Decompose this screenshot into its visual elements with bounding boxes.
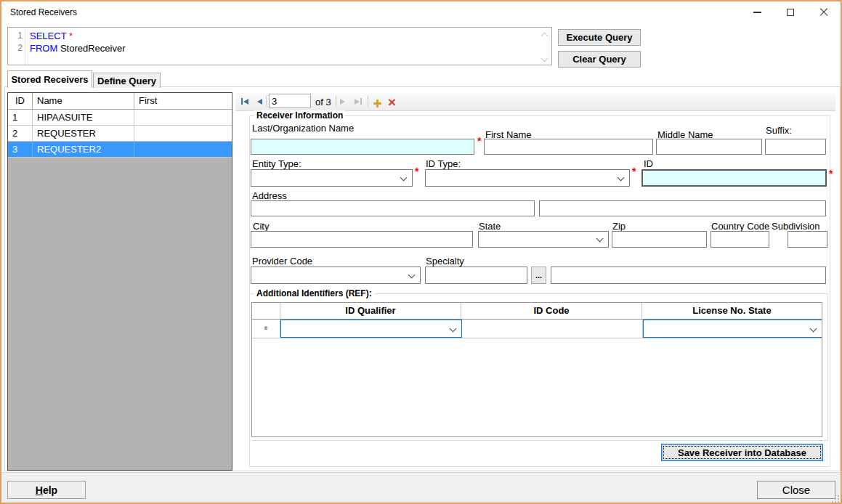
sql-text: SELECT * FROM StoredReceiver: [30, 30, 126, 54]
id-code-cell[interactable]: [462, 320, 643, 338]
id-qualifier-cell-select[interactable]: [280, 320, 462, 338]
cell-name[interactable]: REQUESTER2: [33, 142, 134, 157]
record-position-input[interactable]: [269, 94, 311, 108]
delete-record-button[interactable]: ×: [386, 95, 397, 109]
separator: [368, 96, 368, 107]
country-code-input[interactable]: [711, 231, 769, 248]
id-label: ID: [644, 158, 653, 169]
entity-type-label: Entity Type:: [252, 158, 301, 169]
stored-receivers-window: Stored Receivers 1 2 SELECT * FROM Store…: [0, 0, 842, 504]
help-mnemonic: H: [36, 484, 43, 496]
specialty-browse-button[interactable]: ...: [531, 267, 546, 284]
separator: [336, 96, 336, 107]
zip-input[interactable]: [612, 231, 707, 248]
state-select[interactable]: [478, 231, 609, 248]
groupbox-title: Receiver Information: [254, 110, 345, 121]
last-org-name-input[interactable]: [251, 139, 474, 155]
save-receiver-button[interactable]: Save Receiver into Database: [661, 444, 823, 461]
scroll-up-icon[interactable]: [541, 33, 548, 40]
provider-code-select[interactable]: [251, 267, 421, 284]
required-marker: *: [632, 166, 636, 177]
title-bar[interactable]: Stored Receivers: [1, 1, 841, 23]
first-record-button[interactable]: [240, 94, 250, 108]
scroll-down-icon[interactable]: [541, 55, 548, 62]
close-window-button[interactable]: [807, 1, 841, 23]
cell-first[interactable]: [134, 126, 232, 141]
required-marker: *: [415, 166, 418, 177]
specialty-input[interactable]: [425, 267, 527, 284]
first-record-icon: [241, 98, 243, 105]
help-label-rest: elp: [43, 484, 57, 496]
provider-code-label: Provider Code: [252, 256, 312, 267]
line-number-gutter: 1 2: [8, 28, 25, 65]
sql-table-name: StoredReceiver: [60, 43, 126, 54]
cell-id[interactable]: 3: [8, 142, 33, 157]
cell-name[interactable]: REQUESTER: [33, 126, 134, 141]
help-button[interactable]: Help: [7, 481, 86, 499]
next-record-icon: [340, 99, 345, 105]
clear-query-button[interactable]: Clear Query: [558, 51, 641, 68]
cell-first[interactable]: [134, 142, 232, 157]
close-icon: [819, 7, 829, 17]
required-marker: *: [829, 168, 833, 179]
column-header-id-qualifier[interactable]: ID Qualifier: [280, 303, 461, 319]
record-navigator: of 3 ×: [235, 92, 835, 111]
maximize-icon: [787, 9, 794, 16]
cell-name[interactable]: HIPAASUITE: [33, 110, 134, 125]
maximize-button[interactable]: [774, 1, 807, 23]
first-name-input[interactable]: [484, 139, 653, 155]
column-header-id[interactable]: ID: [8, 93, 33, 109]
chevron-down-icon: [408, 272, 416, 279]
country-code-label: Country Code: [711, 221, 769, 232]
close-button[interactable]: Close: [757, 481, 835, 499]
table-header-row: ID Qualifier ID Code License No. State: [252, 303, 822, 320]
tab-define-query[interactable]: Define Query: [93, 73, 161, 88]
last-record-button[interactable]: [353, 94, 363, 108]
column-header-license[interactable]: License No. State: [642, 303, 822, 319]
sql-query-editor[interactable]: 1 2 SELECT * FROM StoredReceiver: [7, 27, 552, 65]
middle-name-input[interactable]: [656, 139, 762, 155]
add-record-icon: [373, 99, 381, 107]
address-line2-input[interactable]: [539, 200, 826, 216]
chevron-down-icon: [596, 235, 604, 243]
line-number: 1: [8, 30, 23, 42]
delete-record-icon: ×: [388, 97, 396, 107]
column-header-first[interactable]: First: [134, 93, 232, 109]
minimize-icon: [753, 12, 761, 12]
address-label: Address: [252, 190, 287, 201]
line-number: 2: [8, 42, 23, 54]
subdivision-input[interactable]: [788, 231, 827, 248]
minimize-button[interactable]: [740, 1, 774, 23]
additional-identifiers-table: ID Qualifier ID Code License No. State *: [251, 302, 822, 437]
next-record-button[interactable]: [339, 94, 347, 108]
tab-stored-receivers[interactable]: Stored Receivers: [7, 70, 92, 88]
table-row-selected[interactable]: 3 REQUESTER2: [8, 142, 232, 158]
table-row[interactable]: 1 HIPAASUITE: [8, 110, 232, 126]
footer-bar: [1, 472, 841, 503]
specialty-description-input[interactable]: [551, 267, 826, 284]
resize-grip[interactable]: [832, 495, 839, 503]
id-input[interactable]: [641, 169, 827, 187]
suffix-label: Suffix:: [766, 125, 792, 136]
table-header-row: ID Name First: [8, 93, 232, 110]
license-state-cell-select[interactable]: [643, 320, 822, 338]
column-header-id-code[interactable]: ID Code: [461, 303, 642, 319]
id-type-label: ID Type:: [426, 158, 461, 169]
previous-record-button[interactable]: [256, 94, 264, 108]
column-header-name[interactable]: Name: [33, 93, 134, 109]
add-record-button[interactable]: [372, 97, 383, 110]
entity-type-select[interactable]: [251, 169, 413, 187]
city-input[interactable]: [251, 231, 473, 248]
state-label: State: [479, 221, 501, 232]
address-line1-input[interactable]: [251, 200, 535, 216]
table-row[interactable]: 2 REQUESTER: [8, 126, 232, 142]
sql-keyword: SELECT: [30, 31, 66, 41]
cell-id[interactable]: 2: [8, 126, 33, 141]
last-record-icon: [355, 99, 360, 105]
id-type-select[interactable]: [425, 169, 630, 187]
receivers-table: ID Name First 1 HIPAASUITE 2 REQUESTER 3…: [7, 92, 232, 471]
execute-query-button[interactable]: Execute Query: [558, 29, 641, 46]
suffix-input[interactable]: [765, 139, 826, 155]
cell-first[interactable]: [134, 110, 232, 125]
cell-id[interactable]: 1: [8, 110, 33, 125]
